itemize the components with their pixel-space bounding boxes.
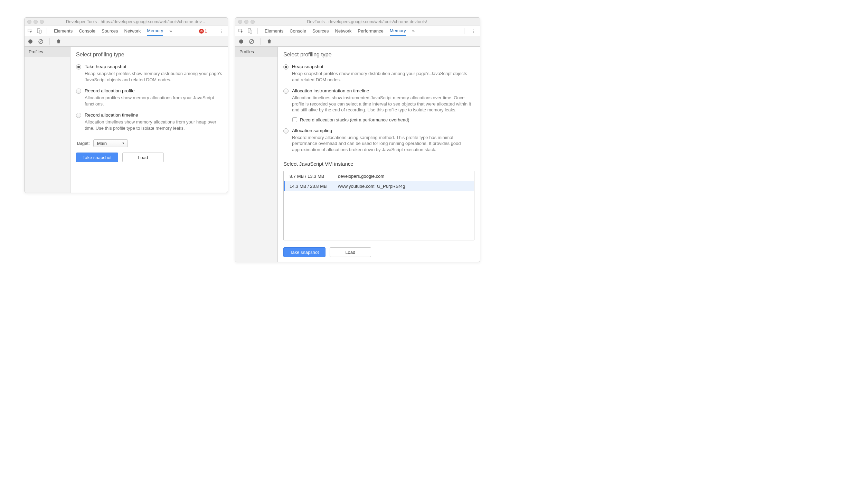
- vm-name: www.youtube.com: G_P6rpRSr4g: [338, 184, 469, 189]
- radio-icon[interactable]: [283, 64, 289, 70]
- profiling-toolbar: [235, 36, 480, 47]
- profiling-heading: Select profiling type: [76, 52, 222, 58]
- tab-network[interactable]: Network: [124, 26, 141, 36]
- window-title: DevTools - developers.google.com/web/too…: [257, 19, 477, 24]
- option-title: Heap snapshot: [292, 64, 474, 69]
- option-description: Heap snapshot profiles show memory distr…: [292, 71, 474, 83]
- target-value: Main: [97, 141, 107, 146]
- option-description: Allocation profiles show memory allocati…: [85, 95, 222, 107]
- main-toolbar: Elements Console Sources Network Perform…: [235, 26, 480, 36]
- clear-icon[interactable]: [248, 38, 255, 45]
- trash-icon[interactable]: [266, 38, 272, 45]
- window-titlebar: DevTools - developers.google.com/web/too…: [235, 18, 480, 26]
- option-title: Allocation instrumentation on timeline: [292, 88, 474, 93]
- devtools-window-1: Developer Tools - https://developers.goo…: [24, 17, 228, 193]
- close-icon[interactable]: [27, 20, 31, 24]
- option-description: Allocation timelines show instrumented J…: [292, 95, 474, 113]
- checkbox-label: Record allocation stacks (extra performa…: [300, 117, 409, 122]
- target-label: Target:: [76, 141, 90, 146]
- option-description: Allocation timelines show memory allocat…: [85, 119, 222, 131]
- tab-sources[interactable]: Sources: [312, 26, 329, 36]
- take-snapshot-button[interactable]: Take snapshot: [76, 153, 118, 162]
- window-titlebar: Developer Tools - https://developers.goo…: [25, 18, 228, 26]
- tab-elements[interactable]: Elements: [54, 26, 73, 36]
- vm-size: 8.7 MB / 13.3 MB: [290, 174, 338, 179]
- devtools-window-2: DevTools - developers.google.com/web/too…: [235, 17, 480, 262]
- radio-icon[interactable]: [76, 64, 81, 70]
- svg-rect-7: [250, 30, 252, 33]
- device-mode-icon[interactable]: [246, 28, 253, 35]
- svg-point-3: [28, 39, 32, 44]
- tab-sources[interactable]: Sources: [102, 26, 118, 36]
- option-allocation-sampling[interactable]: Allocation sampling Record memory alloca…: [283, 128, 474, 153]
- svg-point-8: [239, 39, 243, 44]
- option-title: Allocation sampling: [292, 128, 474, 133]
- window-title: Developer Tools - https://developers.goo…: [46, 19, 225, 24]
- radio-icon[interactable]: [283, 89, 289, 94]
- zoom-icon[interactable]: [251, 20, 255, 24]
- inspect-icon[interactable]: [27, 28, 34, 35]
- profiling-content: Select profiling type Heap snapshot Heap…: [278, 47, 480, 262]
- settings-menu-icon[interactable]: ⋮: [469, 27, 478, 35]
- main-toolbar: Elements Console Sources Network Memory …: [25, 26, 228, 36]
- option-allocation-timeline[interactable]: Allocation instrumentation on timeline A…: [283, 88, 474, 113]
- inspect-icon[interactable]: [237, 28, 244, 35]
- tabs-overflow-icon[interactable]: »: [169, 26, 172, 36]
- tab-elements[interactable]: Elements: [265, 26, 283, 36]
- profiles-sidebar: Profiles: [25, 47, 70, 193]
- checkbox-icon[interactable]: [292, 117, 297, 122]
- settings-menu-icon[interactable]: ⋮: [217, 27, 226, 35]
- take-snapshot-button[interactable]: Take snapshot: [283, 247, 326, 257]
- minimize-icon[interactable]: [34, 20, 38, 24]
- radio-icon[interactable]: [76, 113, 81, 118]
- zoom-icon[interactable]: [40, 20, 44, 24]
- minimize-icon[interactable]: [244, 20, 248, 24]
- error-badge[interactable]: ✕ 1: [199, 29, 207, 34]
- option-title: Take heap snapshot: [85, 64, 222, 69]
- vm-instance-row[interactable]: 14.3 MB / 23.8 MB www.youtube.com: G_P6r…: [284, 181, 474, 191]
- error-count: 1: [205, 29, 207, 34]
- tabs-overflow-icon[interactable]: »: [412, 26, 415, 36]
- option-heap-snapshot[interactable]: Take heap snapshot Heap snapshot profile…: [76, 64, 222, 83]
- clear-icon[interactable]: [38, 38, 44, 45]
- option-title: Record allocation profile: [85, 88, 222, 93]
- trash-icon[interactable]: [55, 38, 62, 45]
- radio-icon[interactable]: [283, 128, 289, 134]
- target-select[interactable]: Main: [93, 139, 128, 147]
- tab-console[interactable]: Console: [79, 26, 95, 36]
- panel-tabs: Elements Console Sources Network Memory …: [54, 26, 172, 36]
- close-icon[interactable]: [238, 20, 242, 24]
- vm-size: 14.3 MB / 23.8 MB: [290, 184, 338, 189]
- option-description: Record memory allocations using sampling…: [292, 135, 474, 153]
- sidebar-item-profiles[interactable]: Profiles: [235, 47, 277, 57]
- panel-tabs: Elements Console Sources Network Perform…: [265, 26, 415, 36]
- option-description: Heap snapshot profiles show memory distr…: [85, 71, 222, 83]
- vm-instance-heading: Select JavaScript VM instance: [283, 161, 474, 167]
- svg-rect-2: [39, 30, 41, 33]
- vm-instance-row[interactable]: 8.7 MB / 13.3 MB developers.google.com: [284, 171, 474, 181]
- option-allocation-profile[interactable]: Record allocation profile Allocation pro…: [76, 88, 222, 107]
- record-icon[interactable]: [238, 38, 244, 45]
- tab-memory[interactable]: Memory: [390, 26, 406, 36]
- option-allocation-timeline[interactable]: Record allocation timeline Allocation ti…: [76, 112, 222, 131]
- profiling-heading: Select profiling type: [283, 52, 474, 58]
- profiling-toolbar: [25, 36, 228, 47]
- record-stacks-checkbox-row[interactable]: Record allocation stacks (extra performa…: [292, 117, 474, 122]
- vm-name: developers.google.com: [338, 174, 469, 179]
- tab-console[interactable]: Console: [290, 26, 306, 36]
- tab-memory[interactable]: Memory: [147, 26, 163, 36]
- record-icon[interactable]: [27, 38, 34, 45]
- target-row: Target: Main: [76, 139, 222, 147]
- option-title: Record allocation timeline: [85, 112, 222, 118]
- vm-instance-list: 8.7 MB / 13.3 MB developers.google.com 1…: [283, 171, 474, 240]
- tab-performance[interactable]: Performance: [358, 26, 383, 36]
- option-heap-snapshot[interactable]: Heap snapshot Heap snapshot profiles sho…: [283, 64, 474, 83]
- device-mode-icon[interactable]: [36, 28, 43, 35]
- tab-network[interactable]: Network: [335, 26, 352, 36]
- radio-icon[interactable]: [76, 89, 81, 94]
- profiles-sidebar: Profiles: [235, 47, 278, 262]
- load-button[interactable]: Load: [122, 153, 164, 162]
- load-button[interactable]: Load: [330, 247, 371, 257]
- sidebar-item-profiles[interactable]: Profiles: [25, 47, 70, 57]
- profiling-content: Select profiling type Take heap snapshot…: [70, 47, 228, 193]
